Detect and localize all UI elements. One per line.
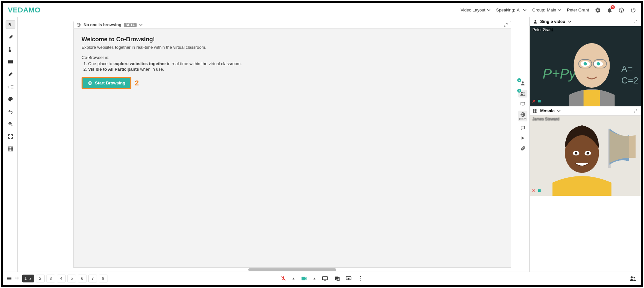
- video-layout-dropdown[interactable]: Video Layout: [461, 8, 490, 12]
- svg-rect-48: [536, 109, 537, 111]
- power-icon[interactable]: [630, 7, 636, 13]
- globe-icon: [76, 23, 81, 27]
- camera-options[interactable]: ▲: [313, 277, 316, 280]
- tool-text[interactable]: T: [6, 82, 15, 91]
- single-video-label: Single video: [540, 19, 565, 24]
- video-tile-1[interactable]: P+Py A= C=2 Peter Grant ✕ ■: [530, 26, 641, 106]
- brand-logo: VEDAMO: [8, 6, 41, 14]
- tool-pointer[interactable]: [6, 20, 15, 29]
- page-chip[interactable]: 7: [88, 275, 97, 282]
- mic-options[interactable]: ▲: [292, 277, 295, 280]
- add-page-button[interactable]: +: [15, 275, 19, 282]
- page-chip[interactable]: 3: [47, 275, 55, 282]
- more-button[interactable]: ⋮: [357, 275, 363, 282]
- mosaic-header[interactable]: Mosaic: [530, 106, 641, 116]
- svg-rect-29: [521, 102, 525, 105]
- cast-button[interactable]: [346, 276, 351, 281]
- svg-point-28: [523, 92, 525, 94]
- svg-text:P+Py: P+Py: [543, 66, 577, 81]
- dock-cobrowse[interactable]: BETA: [518, 111, 527, 121]
- mosaic-label: Mosaic: [540, 108, 555, 113]
- screen-share-button[interactable]: [322, 276, 328, 281]
- page-chip[interactable]: 2: [36, 275, 45, 282]
- group-dropdown[interactable]: Group: Main: [532, 8, 561, 12]
- video-layout-label: Video Layout: [461, 8, 485, 12]
- mic-button[interactable]: [281, 276, 286, 281]
- speaking-label: Speaking:: [496, 8, 515, 12]
- horizontal-scrollbar[interactable]: [73, 268, 511, 272]
- svg-rect-63: [322, 277, 327, 280]
- svg-point-57: [587, 152, 589, 154]
- tool-rectangle[interactable]: [6, 58, 15, 66]
- svg-rect-47: [534, 109, 535, 111]
- menu-icon[interactable]: [7, 276, 12, 281]
- camera-badge-icon: ●: [517, 78, 521, 82]
- svg-text:A=: A=: [621, 64, 633, 74]
- page-chip[interactable]: 1 ▲: [22, 275, 34, 282]
- right-dock: ● ● BETA: [516, 17, 529, 272]
- expand-icon[interactable]: [634, 20, 637, 24]
- svg-rect-62: [302, 277, 305, 280]
- speaking-dropdown[interactable]: Speaking: All: [496, 8, 526, 12]
- dock-participants[interactable]: ●: [518, 90, 527, 98]
- page-chip[interactable]: 6: [78, 275, 86, 282]
- chat-button[interactable]: [334, 276, 340, 281]
- chevron-down-icon: [523, 9, 526, 11]
- tool-grid[interactable]: [6, 145, 15, 153]
- svg-rect-3: [8, 60, 13, 63]
- page-chip[interactable]: 5: [67, 275, 76, 282]
- cobrowse-status-text: No one is browsing: [84, 23, 121, 27]
- group-label: Group:: [532, 8, 545, 12]
- expand-icon[interactable]: [634, 109, 637, 113]
- svg-point-8: [9, 99, 9, 99]
- chevron-down-icon: [487, 9, 490, 11]
- svg-point-55: [575, 152, 578, 154]
- chevron-down-icon: [568, 21, 571, 23]
- cobrowse-panel: Welcome to Co-Browsing! Explore websites…: [73, 29, 511, 268]
- dock-single-participant[interactable]: ●: [518, 79, 527, 87]
- mic-off-icon: ✕: [532, 188, 536, 194]
- tool-brush[interactable]: [6, 33, 15, 41]
- tool-zoom[interactable]: [6, 120, 15, 128]
- single-video-header[interactable]: Single video: [530, 17, 641, 26]
- beta-badge: BETA: [519, 118, 527, 120]
- dock-play[interactable]: [518, 135, 527, 142]
- video-tile-2[interactable]: James Steward ✕ ■: [530, 116, 641, 196]
- tool-undo[interactable]: [6, 107, 15, 116]
- svg-point-26: [522, 81, 523, 83]
- chevron-down-icon: [139, 24, 142, 26]
- tool-presenter[interactable]: [6, 45, 15, 54]
- gear-icon[interactable]: [595, 7, 601, 13]
- bell-icon[interactable]: 3: [607, 7, 613, 13]
- dock-chat[interactable]: [518, 124, 527, 132]
- cobrowse-list-heading: Co-Browser is:: [82, 55, 503, 60]
- camera-button[interactable]: [301, 276, 307, 281]
- tool-fit[interactable]: [6, 132, 15, 141]
- dock-screen-share[interactable]: [518, 100, 527, 108]
- svg-line-12: [11, 125, 12, 126]
- callout-number: 2: [135, 79, 139, 87]
- svg-text:T: T: [8, 84, 10, 89]
- start-browsing-button[interactable]: Start Browsing: [82, 77, 131, 89]
- cobrowse-dropdown[interactable]: [139, 24, 142, 26]
- tool-eraser[interactable]: [6, 70, 15, 79]
- video-panel: Single video P+Py A= C=2: [529, 17, 641, 272]
- svg-point-9: [9, 98, 10, 98]
- chevron-down-icon: [558, 9, 561, 11]
- grid-icon: [533, 109, 538, 113]
- page-chip[interactable]: 8: [99, 275, 107, 282]
- expand-icon[interactable]: [503, 23, 508, 27]
- camera-on-icon: ■: [538, 188, 541, 194]
- cobrowse-subtitle: Explore websites together in real-time w…: [82, 45, 503, 50]
- chevron-down-icon: [557, 110, 560, 112]
- svg-point-66: [631, 276, 633, 278]
- help-icon[interactable]: [618, 7, 624, 13]
- svg-point-2: [9, 47, 10, 49]
- speaking-value: All: [517, 8, 521, 12]
- svg-point-34: [535, 20, 536, 22]
- tool-palette[interactable]: [6, 95, 15, 103]
- notif-badge: 3: [611, 5, 615, 9]
- page-chip[interactable]: 4: [57, 275, 66, 282]
- participants-button[interactable]: [628, 274, 637, 283]
- dock-attachment[interactable]: [518, 144, 527, 152]
